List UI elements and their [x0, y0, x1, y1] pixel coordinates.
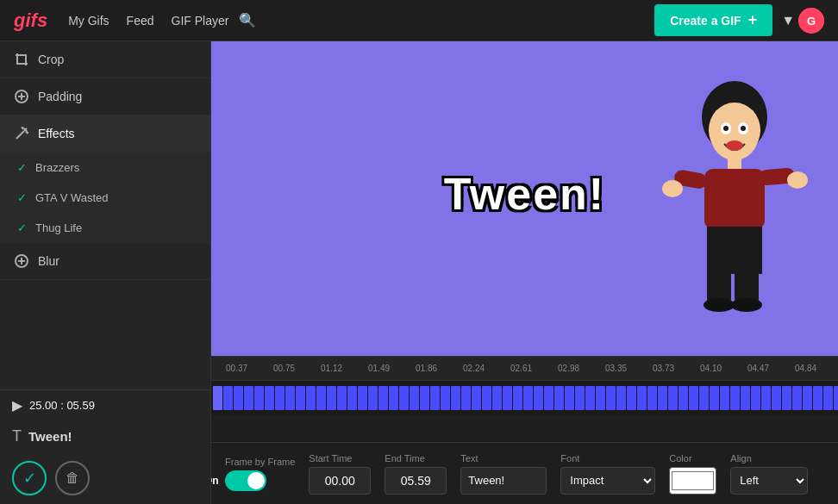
timeline-bar — [679, 386, 688, 410]
svg-point-17 — [741, 126, 746, 131]
timeline-bar — [316, 386, 326, 410]
timeline-bar — [347, 386, 357, 410]
logo: gifs — [14, 9, 47, 32]
timeline-bar — [244, 386, 253, 410]
sidebar-subitem-brazzers[interactable]: ✓ Brazzers — [0, 152, 210, 183]
timeline-bar — [492, 386, 502, 410]
timeline-bar — [658, 386, 667, 410]
timeline-bar — [378, 386, 388, 410]
avatar: G — [798, 8, 824, 34]
timeline-bar — [368, 386, 378, 410]
align-label: Align — [730, 453, 808, 464]
sidebar-subitem-gta-wasted[interactable]: ✓ GTA V Wasted — [0, 183, 210, 213]
timeline-bar — [554, 386, 564, 410]
nav-links: My Gifs Feed GIF Player — [68, 14, 228, 28]
align-select[interactable]: Left Center Right — [730, 467, 808, 495]
timeline-bar — [254, 386, 264, 410]
color-label: Color — [669, 453, 716, 464]
ruler-tick-0: 00.37 — [213, 364, 260, 373]
sidebar-item-blur[interactable]: Blur — [0, 243, 210, 280]
start-time-group: Start Time — [309, 453, 371, 495]
timeline-bar — [627, 386, 636, 410]
timeline-bar — [285, 386, 295, 410]
color-input[interactable] — [669, 467, 716, 495]
font-select[interactable]: Impact Arial Georgia Comic Sans — [560, 467, 655, 495]
ruler-tick-4: 01.86 — [403, 364, 450, 373]
sidebar-item-padding[interactable]: Padding — [0, 78, 210, 115]
effects-submenu: ✓ Brazzers ✓ GTA V Wasted ✓ Thug Life — [0, 152, 210, 243]
user-avatar-wrap[interactable]: ▼ G — [781, 8, 824, 34]
svg-line-5 — [16, 131, 24, 139]
ruler-tick-8: 03.35 — [592, 364, 640, 373]
start-time-label: Start Time — [309, 453, 371, 464]
timeline-bar — [689, 386, 698, 410]
color-group: Color — [669, 453, 716, 495]
timeline-bar — [710, 386, 719, 410]
frame-by-frame-toggle[interactable]: On — [225, 470, 266, 491]
timeline-bar — [358, 386, 367, 410]
timeline-bar — [265, 386, 274, 410]
timeline-bar — [482, 386, 491, 410]
timeline-bar — [503, 386, 512, 410]
wand-icon — [14, 126, 29, 141]
text-group: Text — [460, 453, 547, 495]
ruler-tick-11: 04.47 — [735, 364, 782, 373]
check-icon-brazzers: ✓ — [17, 161, 27, 174]
nav-feed[interactable]: Feed — [127, 14, 154, 28]
timeline-bar — [637, 386, 647, 410]
svg-point-24 — [787, 171, 808, 189]
timeline-bar — [751, 386, 760, 410]
nav-my-gifs[interactable]: My Gifs — [68, 14, 109, 28]
text-element-label[interactable]: Tween! — [28, 429, 72, 444]
timeline-bar — [523, 386, 533, 410]
search-icon[interactable]: 🔍 — [239, 12, 256, 28]
svg-point-16 — [723, 126, 729, 131]
ruler-tick-12: 04.84 — [782, 364, 829, 373]
end-time-input[interactable] — [385, 467, 447, 495]
text-type-icon: T — [12, 427, 22, 445]
create-gif-button[interactable]: Create a GIF + — [654, 4, 772, 36]
delete-button[interactable]: 🗑 — [55, 461, 90, 495]
character-svg — [657, 78, 812, 320]
timeline-bar — [834, 386, 838, 410]
end-time-group: End Time — [385, 453, 447, 495]
play-button[interactable]: ▶ — [12, 397, 22, 414]
sidebar-subitem-thug-life[interactable]: ✓ Thug Life — [0, 213, 210, 243]
check-icon-gta: ✓ — [17, 191, 27, 204]
text-field-input[interactable] — [460, 467, 547, 495]
ruler-tick-9: 03.73 — [640, 364, 687, 373]
ruler-tick-7: 02.98 — [545, 364, 592, 373]
font-label: Font — [560, 453, 655, 464]
timeline-track[interactable] — [211, 381, 838, 415]
ruler-tick-6: 02.61 — [497, 364, 545, 373]
end-time-label: End Time — [385, 453, 447, 464]
timeline-bar — [585, 386, 595, 410]
timeline-bar — [772, 386, 781, 410]
timeline-bar — [389, 386, 398, 410]
timeline-bar — [647, 386, 657, 410]
frame-by-frame-label: Frame by Frame — [225, 457, 295, 467]
sidebar-item-effects[interactable]: Effects — [0, 115, 210, 152]
ruler-tick-3: 01.49 — [355, 364, 403, 373]
timeline-bar — [410, 386, 419, 410]
timeline-bar — [730, 386, 740, 410]
timeline-bar — [327, 386, 336, 410]
timeline-bar — [741, 386, 750, 410]
confirm-button[interactable]: ✓ — [12, 461, 47, 495]
timeline-bar — [296, 386, 305, 410]
sidebar-item-crop[interactable]: Crop — [0, 41, 210, 78]
nav-gif-player[interactable]: GIF Player — [172, 14, 229, 28]
timeline-bar — [472, 386, 481, 410]
text-label-row: T Tween! — [0, 420, 210, 452]
plus-icon: + — [748, 11, 758, 29]
timeline-bar — [513, 386, 522, 410]
timeline-bar — [668, 386, 678, 410]
svg-rect-20 — [704, 169, 765, 229]
timeline-bar — [803, 386, 812, 410]
preview-area: Tween! — [211, 41, 838, 504]
topnav: gifs My Gifs Feed GIF Player 🔍 Create a … — [0, 0, 838, 41]
timeline-bar — [223, 386, 233, 410]
timeline-bar — [306, 386, 316, 410]
timeline-bar — [823, 386, 833, 410]
start-time-input[interactable] — [309, 467, 371, 495]
